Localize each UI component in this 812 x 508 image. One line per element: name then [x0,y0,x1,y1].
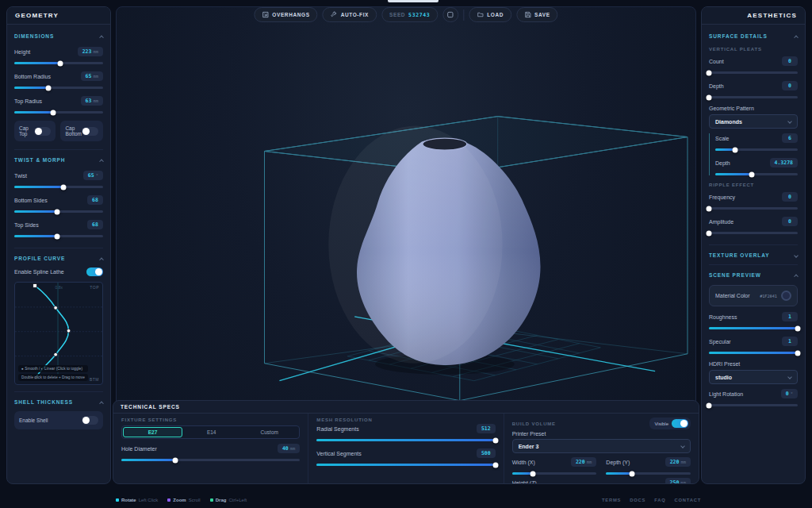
pleat-count-label: Count [709,59,724,64]
build-width-slider[interactable] [512,472,597,475]
save-button[interactable]: SAVE [516,7,558,22]
cap-bottom-toggle[interactable]: Cap Bottom [60,121,103,141]
vertical-segments-slider[interactable] [316,464,495,466]
height-control: Height 223mm [14,47,103,64]
mouse-legend: Rotate Left Click Zoom Scroll Drag Ctrl+… [116,498,247,502]
twist-slider[interactable] [14,186,103,188]
link-terms[interactable]: TERMS [602,498,621,502]
roughness-slider[interactable] [709,327,798,329]
printer-preset-value: Ender 3 [519,444,539,449]
light-rotation-slider[interactable] [709,404,798,406]
overhangs-button[interactable]: OVERHANGS [254,7,317,22]
build-depth-value[interactable]: 220mm [665,457,691,467]
top-radius-value[interactable]: 63mm [81,96,103,106]
specular-value[interactable]: 1 [782,337,798,346]
ripple-amplitude-value[interactable]: 0 [782,217,798,226]
profile-curve-section-header[interactable]: PROFILE CURVE [14,253,103,264]
overhangs-icon [262,11,269,18]
top-radius-slider[interactable] [14,111,103,114]
hole-diameter-slider[interactable] [121,459,300,461]
printer-preset-dropdown[interactable]: Ender 3 [512,439,691,453]
load-label: LOAD [487,12,504,17]
seed-field[interactable]: SEED 532743 [381,7,438,22]
auto-fix-button[interactable]: AUTO-FIX [323,7,377,22]
ripple-frequency-slider[interactable] [709,207,798,210]
spline-lathe-toggle[interactable] [86,267,103,276]
twist-value[interactable]: 65° [83,171,103,180]
enable-shell-toggle[interactable]: Enable Shell [14,411,103,429]
texture-overlay-header[interactable]: TEXTURE OVERLAY [709,250,798,261]
pleat-count-slider[interactable] [709,71,798,74]
fixture-settings-subhead: FIXTURE SETTINGS [121,418,300,422]
build-depth-slider[interactable] [606,472,691,475]
radial-segments-slider[interactable] [316,439,495,441]
pleat-depth-control: Depth 0 [709,81,798,98]
pleat-count-value[interactable]: 0 [782,56,798,66]
radial-segments-label: Radial Segments [316,426,358,432]
technical-specs-title: TECHNICAL SPECS [113,401,699,414]
load-button[interactable]: LOAD [469,7,511,22]
vertical-pleats-subhead: VERTICAL PLEATS [709,47,798,52]
tab-custom[interactable]: Custom [240,427,298,437]
twist-morph-section-header[interactable]: TWIST & MORPH [14,155,103,166]
roughness-value[interactable]: 1 [782,312,798,321]
build-depth-label: Depth (Y) [606,460,630,465]
height-value[interactable]: 223mm [78,47,103,56]
profile-curve-section: PROFILE CURVE Enable Spline Lathe [14,248,103,391]
tab-e27[interactable]: E27 [123,427,182,437]
surface-details-title: SURFACE DETAILS [709,33,768,39]
curve-bottom-label: BTM [90,377,99,382]
vertical-segments-value[interactable]: 500 [477,448,496,458]
printer-preset-label: Printer Preset [512,431,691,437]
pleat-depth-slider[interactable] [709,96,798,98]
hdri-preset-dropdown[interactable]: studio [709,370,798,384]
save-icon [524,11,531,18]
build-depth-control: Depth (Y) 220mm [606,457,691,476]
bottom-radius-slider[interactable] [14,87,103,89]
tab-e14[interactable]: E14 [182,427,240,437]
pattern-scale-control: Scale 6 [715,133,798,151]
build-width-value[interactable]: 220mm [571,457,596,467]
top-sides-slider[interactable] [14,235,103,237]
bottom-sides-slider[interactable] [14,210,103,213]
pattern-depth-slider[interactable] [715,173,798,175]
top-sides-value[interactable]: 68 [87,220,103,229]
pattern-scale-value[interactable]: 6 [782,133,798,143]
scene-preview-header[interactable]: SCENE PREVIEW [709,270,798,281]
hole-diameter-value[interactable]: 40mm [278,444,300,453]
material-color-control[interactable]: Material Color #1F2841 [709,285,798,306]
radial-segments-value[interactable]: 512 [477,424,496,433]
pattern-depth-value[interactable]: 4.3278 [770,158,798,167]
link-docs[interactable]: DOCS [630,498,645,502]
cap-top-label: Cap Top [19,125,34,137]
status-bar: Rotate Left Click Zoom Scroll Drag Ctrl+… [116,498,701,502]
bottom-sides-value[interactable]: 68 [87,195,103,205]
material-color-swatch[interactable] [781,291,791,301]
specular-slider[interactable] [709,352,798,354]
shell-thickness-section-header[interactable]: SHELL THICKNESS [14,397,103,408]
surface-details-header[interactable]: SURFACE DETAILS [709,31,798,42]
visible-toggle-control[interactable]: Visible [649,418,691,429]
profile-curve-editor[interactable]: TOP BTM 0.8x ● Smooth / ◐ Linear (Click … [14,282,103,385]
collapse-icon [99,35,104,40]
bottom-radius-value[interactable]: 65mm [81,71,103,81]
pleat-depth-value[interactable]: 0 [782,81,798,90]
pattern-scale-slider[interactable] [715,148,798,151]
cap-top-toggle[interactable]: Cap Top [14,121,56,141]
randomize-seed-button[interactable] [442,7,458,22]
ripple-frequency-value[interactable]: 0 [782,192,798,202]
height-slider[interactable] [14,62,103,64]
build-height-value[interactable]: 250mm [665,478,691,484]
collapse-icon [794,35,799,40]
build-width-label: Width (X) [512,460,535,465]
pattern-scale-label: Scale [715,136,730,141]
geometric-pattern-dropdown[interactable]: Diamonds [709,114,798,129]
light-rotation-value[interactable]: 0° [781,389,798,398]
height-label: Height [14,49,30,55]
link-faq[interactable]: FAQ [654,498,665,502]
collapse-icon [99,401,104,406]
curve-hint-2: Double click to delete + Drag to move [18,374,88,381]
dimensions-section-header[interactable]: DIMENSIONS [14,31,103,42]
link-contact[interactable]: CONTACT [674,498,701,502]
ripple-amplitude-slider[interactable] [709,232,798,234]
